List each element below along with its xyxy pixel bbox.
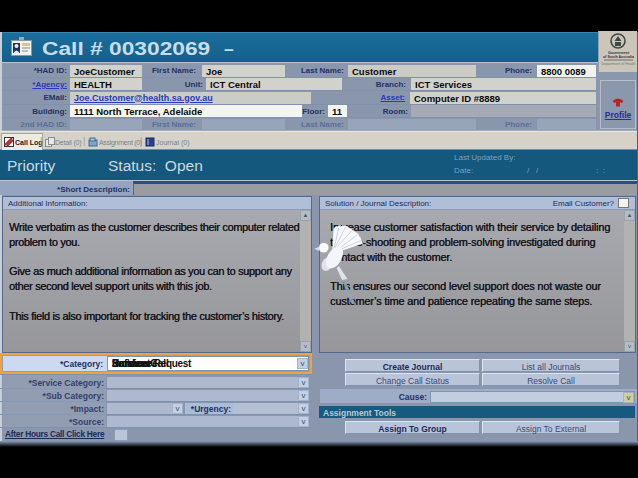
svg-text:of South Australia: of South Australia: [603, 55, 635, 59]
svg-text:Department of Health: Department of Health: [601, 62, 635, 66]
